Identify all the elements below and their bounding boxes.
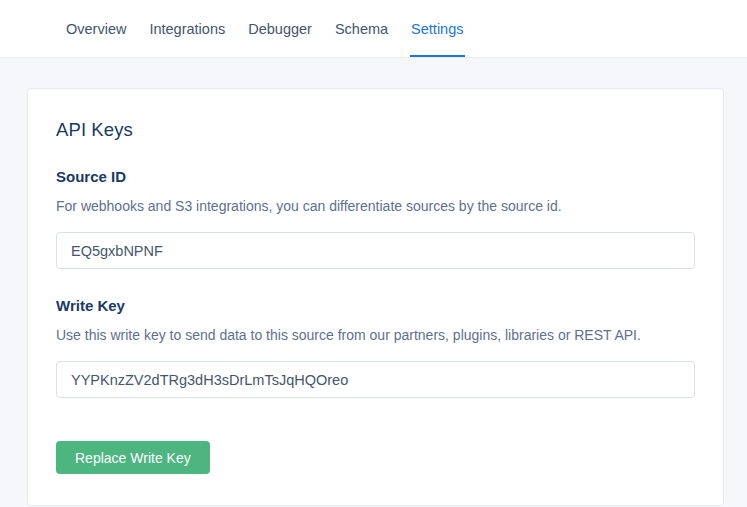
tab-debugger[interactable]: Debugger bbox=[247, 0, 313, 57]
source-id-label: Source ID bbox=[56, 168, 695, 185]
write-key-label: Write Key bbox=[56, 297, 695, 314]
source-id-section: Source ID For webhooks and S3 integratio… bbox=[56, 168, 695, 269]
tab-integrations[interactable]: Integrations bbox=[148, 0, 226, 57]
write-key-section: Write Key Use this write key to send dat… bbox=[56, 297, 695, 398]
write-key-description: Use this write key to send data to this … bbox=[56, 327, 695, 343]
source-id-input[interactable] bbox=[56, 232, 695, 269]
top-navigation: Overview Integrations Debugger Schema Se… bbox=[0, 0, 747, 58]
replace-write-key-button[interactable]: Replace Write Key bbox=[56, 441, 210, 474]
main-content: API Keys Source ID For webhooks and S3 i… bbox=[0, 58, 747, 506]
tab-overview[interactable]: Overview bbox=[65, 0, 127, 57]
tab-schema[interactable]: Schema bbox=[334, 0, 389, 57]
source-id-description: For webhooks and S3 integrations, you ca… bbox=[56, 198, 695, 214]
write-key-input[interactable] bbox=[56, 361, 695, 398]
tab-settings[interactable]: Settings bbox=[410, 0, 464, 57]
card-title: API Keys bbox=[56, 119, 695, 141]
api-keys-card: API Keys Source ID For webhooks and S3 i… bbox=[27, 88, 724, 506]
